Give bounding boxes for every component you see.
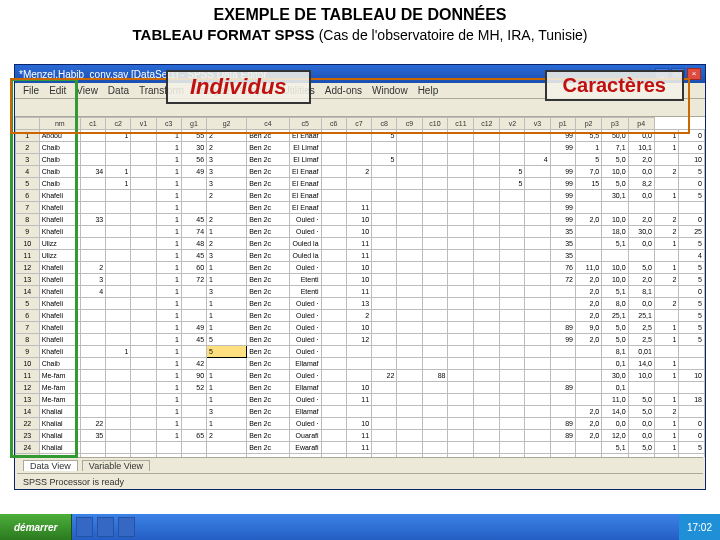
cell[interactable]: 2,0 — [575, 214, 601, 226]
cell[interactable] — [525, 214, 550, 226]
cell[interactable]: 88 — [422, 370, 448, 382]
cell[interactable]: Ouled · — [289, 334, 321, 346]
column-header[interactable]: c8 — [372, 118, 397, 130]
cell[interactable] — [448, 406, 474, 418]
cell[interactable]: 5 — [679, 442, 705, 454]
cell[interactable] — [500, 190, 525, 202]
cell[interactable] — [106, 310, 131, 322]
cell[interactable] — [448, 166, 474, 178]
cell[interactable]: 2 — [654, 298, 679, 310]
cell[interactable]: 25,1 — [602, 310, 628, 322]
cell[interactable]: 1 — [156, 358, 181, 370]
cell[interactable] — [628, 250, 654, 262]
row-number[interactable]: 14 — [16, 286, 40, 298]
cell[interactable]: 2,0 — [575, 334, 601, 346]
cell[interactable] — [525, 250, 550, 262]
cell[interactable] — [474, 202, 500, 214]
cell[interactable]: 5,5 — [575, 130, 601, 142]
cell[interactable] — [500, 430, 525, 442]
cell[interactable] — [346, 142, 371, 154]
cell[interactable]: Chaib — [39, 142, 80, 154]
cell[interactable] — [131, 286, 156, 298]
row-number[interactable]: 12 — [16, 262, 40, 274]
cell[interactable]: 1 — [156, 334, 181, 346]
cell[interactable] — [80, 406, 105, 418]
cell[interactable] — [525, 262, 550, 274]
table-row[interactable]: 22Khalial2211Ben 2cOuled ·10892,00,00,01… — [16, 418, 705, 430]
cell[interactable] — [500, 310, 525, 322]
cell[interactable]: 11 — [346, 430, 371, 442]
table-row[interactable]: 8Khafeli331452Ben 2cOuled ·10992,010,02,… — [16, 214, 705, 226]
table-row[interactable]: 4Chaib3411493Ben 2cEl Enaaf25997,010,00,… — [16, 166, 705, 178]
cell[interactable] — [654, 178, 679, 190]
cell[interactable] — [500, 358, 525, 370]
cell[interactable] — [422, 298, 448, 310]
cell[interactable]: 2 — [207, 430, 247, 442]
cell[interactable] — [372, 298, 397, 310]
cell[interactable]: 2,0 — [628, 214, 654, 226]
cell[interactable] — [654, 382, 679, 394]
cell[interactable] — [372, 382, 397, 394]
cell[interactable]: Ouled · — [289, 418, 321, 430]
cell[interactable] — [397, 190, 422, 202]
cell[interactable] — [422, 250, 448, 262]
cell[interactable] — [422, 430, 448, 442]
cell[interactable]: 99 — [550, 142, 575, 154]
table-row[interactable]: 9Khafeli1741Ben 2cOuled ·103518,030,0225 — [16, 226, 705, 238]
cell[interactable] — [474, 166, 500, 178]
cell[interactable]: El Enaaf — [289, 202, 321, 214]
cell[interactable] — [448, 250, 474, 262]
cell[interactable] — [525, 394, 550, 406]
cell[interactable] — [500, 394, 525, 406]
cell[interactable]: Ben 2c — [247, 382, 290, 394]
cell[interactable]: 89 — [550, 418, 575, 430]
cell[interactable]: 14,0 — [628, 358, 654, 370]
cell[interactable] — [575, 382, 601, 394]
cell[interactable] — [654, 250, 679, 262]
table-row[interactable]: 13Khafeli31721Ben 2cEtenti10722,010,02,0… — [16, 274, 705, 286]
cell[interactable]: 3 — [207, 286, 247, 298]
cell[interactable] — [321, 298, 346, 310]
cell[interactable] — [321, 370, 346, 382]
cell[interactable] — [575, 238, 601, 250]
cell[interactable]: Ellamaf — [289, 382, 321, 394]
row-number[interactable]: 9 — [16, 346, 40, 358]
cell[interactable]: Me-fam — [39, 382, 80, 394]
cell[interactable]: 10 — [346, 322, 371, 334]
cell[interactable] — [321, 346, 346, 358]
cell[interactable] — [156, 442, 181, 454]
cell[interactable]: Ouled la — [289, 250, 321, 262]
cell[interactable] — [474, 370, 500, 382]
cell[interactable]: 76 — [550, 262, 575, 274]
cell[interactable]: Ben 2c — [247, 274, 290, 286]
column-header[interactable]: nm — [39, 118, 80, 130]
cell[interactable] — [550, 442, 575, 454]
cell[interactable]: 10,0 — [628, 370, 654, 382]
cell[interactable] — [575, 358, 601, 370]
row-number[interactable]: 2 — [16, 142, 40, 154]
cell[interactable] — [422, 382, 448, 394]
table-row[interactable]: 5Khafeli11Ben 2cOuled ·132,08,00,025 — [16, 298, 705, 310]
cell[interactable] — [321, 274, 346, 286]
cell[interactable]: Khafeli — [39, 190, 80, 202]
cell[interactable]: Ben 2c — [247, 214, 290, 226]
cell[interactable] — [106, 298, 131, 310]
cell[interactable] — [80, 250, 105, 262]
cell[interactable] — [500, 250, 525, 262]
cell[interactable] — [80, 394, 105, 406]
cell[interactable] — [448, 322, 474, 334]
cell[interactable]: Khafeli — [39, 298, 80, 310]
cell[interactable] — [80, 202, 105, 214]
cell[interactable]: Ouled · — [289, 346, 321, 358]
start-button[interactable]: démarrer — [0, 514, 72, 540]
cell[interactable] — [131, 214, 156, 226]
cell[interactable]: 5,1 — [602, 238, 628, 250]
table-row[interactable]: 9Khafeli115Ben 2cOuled ·8,10,01 — [16, 346, 705, 358]
row-number[interactable]: 11 — [16, 370, 40, 382]
cell[interactable]: Ouled · — [289, 262, 321, 274]
cell[interactable]: 1 — [207, 394, 247, 406]
cell[interactable]: 1 — [156, 394, 181, 406]
cell[interactable] — [106, 394, 131, 406]
cell[interactable]: 0 — [679, 214, 705, 226]
row-number[interactable]: 3 — [16, 154, 40, 166]
